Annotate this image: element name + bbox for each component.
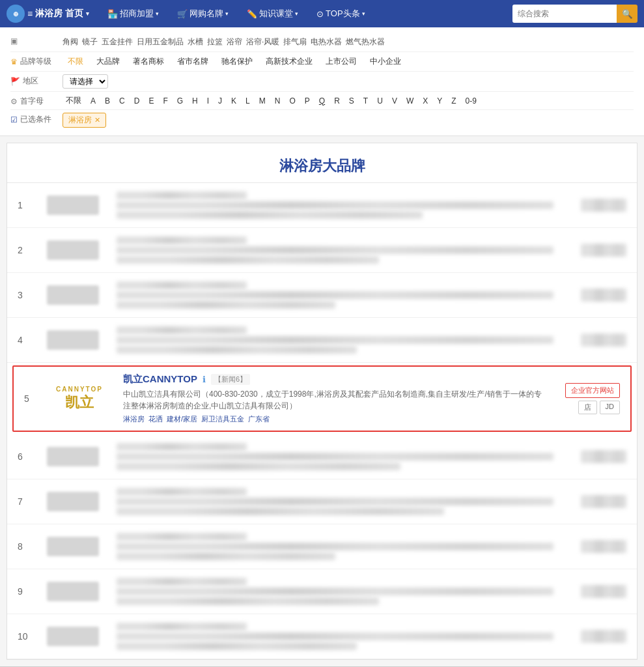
brand-tag-huasha[interactable]: 花洒 xyxy=(148,414,163,424)
brand-btn-blur-1 xyxy=(581,199,626,212)
letter-L[interactable]: L xyxy=(242,96,253,106)
nav-label-zhishi: 知识课堂 xyxy=(259,8,293,20)
letter-G[interactable]: G xyxy=(174,96,186,106)
name-blur-10 xyxy=(117,623,247,631)
level-famous[interactable]: 著名商标 xyxy=(128,55,169,68)
search-button[interactable]: 🔍 xyxy=(617,5,637,23)
search-input[interactable] xyxy=(512,5,617,23)
level-drive[interactable]: 驰名保护 xyxy=(216,55,258,68)
nav-item-wangou[interactable]: 🛒 网购名牌 ▾ xyxy=(171,5,235,22)
cat-wujin[interactable]: 五金挂件 xyxy=(102,36,133,48)
jd-button-5[interactable]: JD xyxy=(600,401,620,414)
letter-R[interactable]: R xyxy=(331,96,343,106)
letter-F[interactable]: F xyxy=(160,96,171,106)
brand-logo-5[interactable]: CANNYTOP 凯立 xyxy=(44,386,115,412)
brand-info-8 xyxy=(109,531,561,562)
brand-tag-guangdong[interactable]: 广东省 xyxy=(248,414,270,424)
cat-jingzi[interactable]: 镜子 xyxy=(82,36,98,48)
letter-H[interactable]: H xyxy=(189,96,201,106)
letter-K[interactable]: K xyxy=(228,96,240,106)
cat-ranreshui[interactable]: 燃气热水器 xyxy=(346,36,385,48)
letter-P[interactable]: P xyxy=(301,96,313,106)
btn-blur-9 xyxy=(581,585,626,598)
letter-B[interactable]: B xyxy=(102,96,113,106)
cat-riyong[interactable]: 日用五金制品 xyxy=(137,36,184,48)
level-listed[interactable]: 上市公司 xyxy=(320,55,362,68)
brand-main-name-5[interactable]: 凯立CANNYTOP xyxy=(123,373,197,386)
selected-tag-linyu[interactable]: 淋浴房 ✕ xyxy=(63,113,106,128)
level-medium[interactable]: 中小企业 xyxy=(365,55,406,68)
brand-num-2: 2 xyxy=(18,245,37,255)
letter-M[interactable]: M xyxy=(256,96,269,106)
brand-info-9 xyxy=(109,576,561,607)
nav-item-zhaoshang[interactable]: 🏪 招商加盟 ▾ xyxy=(101,5,165,22)
letter-Z[interactable]: Z xyxy=(448,96,459,106)
letter-O[interactable]: O xyxy=(286,96,298,106)
brand-name-blur-3 xyxy=(117,281,247,289)
letter-09[interactable]: 0-9 xyxy=(462,96,480,106)
cat-fengnu[interactable]: 浴帘·风暖 xyxy=(246,36,279,48)
cat-yulian[interactable]: 浴帘 xyxy=(227,36,242,48)
letter-E[interactable]: E xyxy=(145,96,157,106)
cat-dianreshui[interactable]: 电热水器 xyxy=(311,36,342,48)
letter-V[interactable]: V xyxy=(389,96,400,106)
letter-W[interactable]: W xyxy=(403,96,417,106)
level-unlimited[interactable]: 不限 xyxy=(63,55,89,68)
cannytop-logo: CANNYTOP 凯立 xyxy=(56,386,103,412)
shop-button-5[interactable]: 店 xyxy=(578,401,597,414)
letter-Q[interactable]: Q xyxy=(316,96,328,106)
desc-blur-7 xyxy=(117,498,553,505)
cannytop-cn-text: 凯立 xyxy=(56,393,103,412)
level-big[interactable]: 大品牌 xyxy=(91,55,125,68)
brand-desc-5: 中山凯立洁具有限公司（400-830-2030，成立于1998年,淋浴房及其配套… xyxy=(123,388,547,412)
cat-lalan[interactable]: 拉篮 xyxy=(207,36,223,48)
brand-actions-1 xyxy=(561,197,626,214)
site-logo[interactable]: ⊕ ≡ 淋浴房 首页 ▾ xyxy=(7,5,89,23)
letter-D[interactable]: D xyxy=(131,96,143,106)
level-province[interactable]: 省市名牌 xyxy=(172,55,214,68)
checkbox-icon: ☑ xyxy=(10,115,18,124)
brand-num-10: 10 xyxy=(18,631,37,642)
level-hightech[interactable]: 高新技术企业 xyxy=(260,55,318,68)
btn-blur-6 xyxy=(581,450,626,463)
brand-list: 1 2 xyxy=(7,183,637,659)
brand-tag-chuwei[interactable]: 厨卫洁具五金 xyxy=(201,414,244,424)
letter-U[interactable]: U xyxy=(374,96,386,106)
letter-Y[interactable]: Y xyxy=(434,96,445,106)
brand-logo-10 xyxy=(37,627,109,646)
brand-desc-blur-4b xyxy=(117,346,357,354)
letter-C[interactable]: C xyxy=(116,96,128,106)
letter-A[interactable]: A xyxy=(87,96,99,106)
cat-jiaofan[interactable]: 角阀 xyxy=(63,36,78,48)
brand-num-1: 1 xyxy=(18,200,37,210)
region-select[interactable]: 请选择 xyxy=(63,74,108,89)
brand-level-content: 不限 大品牌 著名商标 省市名牌 驰名保护 高新技术企业 上市公司 中小企业 xyxy=(63,55,634,68)
letter-I[interactable]: I xyxy=(204,96,212,106)
logo-blur-8 xyxy=(47,537,99,556)
brand-btn-blur-4 xyxy=(581,334,626,347)
brand-info-4 xyxy=(109,324,561,356)
brand-tag-linyu[interactable]: 淋浴房 xyxy=(123,414,145,424)
brand-logo-8 xyxy=(37,537,109,556)
letter-S[interactable]: S xyxy=(346,96,357,106)
letter-T[interactable]: T xyxy=(360,96,371,106)
letter-unlimited[interactable]: 不限 xyxy=(63,94,85,107)
nav-item-top[interactable]: ⊙ TOP头条 ▾ xyxy=(310,5,372,22)
region-icon: 🚩 xyxy=(10,77,20,86)
brand-info-1 xyxy=(109,190,561,221)
nav-item-zhishi[interactable]: ✏️ 知识课堂 ▾ xyxy=(240,5,305,22)
official-site-button-5[interactable]: 企业官方网站 xyxy=(565,383,620,398)
selected-label: ☑ 已选条件 xyxy=(10,113,63,125)
letter-N[interactable]: N xyxy=(272,96,284,106)
name-blur-7 xyxy=(117,488,247,496)
cat-shuicao[interactable]: 水槽 xyxy=(188,36,203,48)
letter-X[interactable]: X xyxy=(419,96,431,106)
cat-paiqifan[interactable]: 排气扇 xyxy=(283,36,307,48)
brand-num-9: 9 xyxy=(18,586,37,597)
selected-tag-close[interactable]: ✕ xyxy=(94,116,100,124)
brand-desc-blur-3b xyxy=(117,301,335,309)
letter-J[interactable]: J xyxy=(215,96,225,106)
crown-icon: ♛ xyxy=(10,57,18,66)
brand-tag-jiancai[interactable]: 建材/家居 xyxy=(167,414,197,424)
letter-label: ⚙ 首字母 xyxy=(10,94,63,107)
